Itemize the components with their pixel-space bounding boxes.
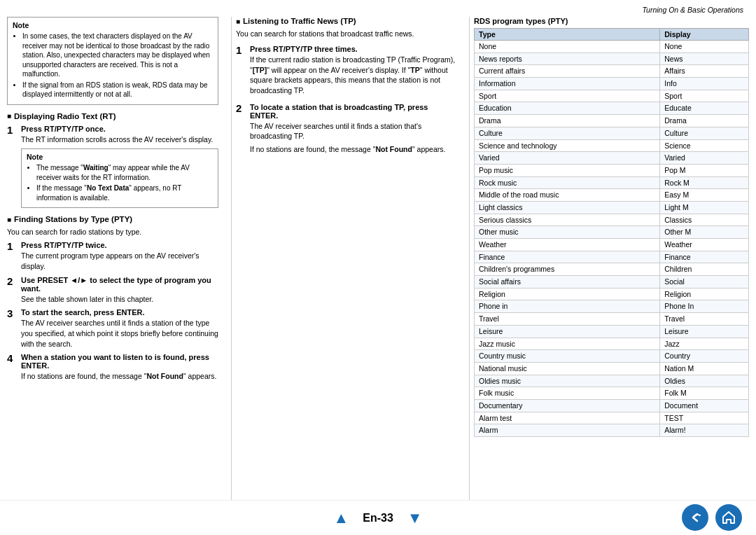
step-pty-3-num: 3: [7, 308, 17, 349]
rds-type-cell: Rock music: [475, 176, 660, 189]
rds-type-cell: Current affairs: [475, 65, 660, 78]
rds-type-cell: Leisure: [475, 325, 660, 338]
middle-column: Listening to Traffic News (TP) You can s…: [231, 17, 462, 510]
rds-display-cell: Light M: [660, 201, 749, 214]
step-pty-2-title: Use PRESET ◄/► to select the type of pro…: [21, 276, 218, 293]
step-pty-4-num: 4: [7, 353, 17, 382]
table-row: LeisureLeisure: [475, 325, 749, 338]
prev-page-button[interactable]: ▲: [333, 509, 349, 527]
table-row: Other musicOther M: [475, 226, 749, 239]
rds-type-cell: Country music: [475, 350, 660, 363]
table-row: WeatherWeather: [475, 239, 749, 251]
rds-type-cell: Varied: [475, 152, 660, 165]
rds-display-cell: Other M: [660, 226, 749, 239]
table-row: DramaDrama: [475, 115, 749, 127]
step-tp-2-text2: If no stations are found, the message "N…: [250, 144, 458, 155]
step-rt-1-text: The RT information scrolls across the AV…: [21, 134, 218, 145]
back-button[interactable]: [682, 504, 708, 531]
rds-type-cell: Religion: [475, 288, 660, 300]
rds-type-cell: Education: [475, 102, 660, 115]
table-row: NoneNone: [475, 41, 749, 53]
rds-display-cell: Finance: [660, 251, 749, 263]
rds-display-cell: Alarm!: [660, 424, 749, 437]
table-row: Oldies musicOldies: [475, 375, 749, 387]
rds-display-cell: Social: [660, 276, 749, 289]
table-row: EducationEducate: [475, 102, 749, 115]
rds-display-cell: Travel: [660, 313, 749, 326]
step-pty-1: 1 Press RT/PTY/TP twice. The current pro…: [7, 241, 218, 271]
rds-col-display: Display: [660, 29, 749, 41]
rds-display-cell: Sport: [660, 90, 749, 102]
step-pty-2-text: See the table shown later in this chapte…: [21, 294, 218, 305]
step-tp-1-text: If the current radio station is broadcas…: [250, 55, 458, 96]
note-box-2: Note The message "Waiting" may appear wh…: [21, 148, 218, 208]
rds-type-cell: Folk music: [475, 387, 660, 400]
page-number: En-33: [363, 512, 393, 524]
step-tp-2-num: 2: [236, 103, 246, 155]
rds-display-cell: Info: [660, 78, 749, 90]
rds-type-cell: National music: [475, 362, 660, 375]
note-item-1-1: In some cases, the text characters displ…: [22, 32, 213, 79]
table-row: InformationInfo: [475, 78, 749, 90]
table-row: SportSport: [475, 90, 749, 102]
rds-display-cell: Nation M: [660, 362, 749, 375]
rds-type-cell: Alarm test: [475, 412, 660, 424]
table-row: Light classicsLight M: [475, 201, 749, 214]
note-title-2: Note: [27, 153, 213, 161]
step-pty-2-content: Use PRESET ◄/► to select the type of pro…: [21, 276, 218, 305]
section-tp-intro: You can search for stations that broadca…: [236, 29, 458, 38]
note-item-2-2: If the message "No Text Data" appears, n…: [36, 183, 213, 202]
rds-display-cell: Easy M: [660, 189, 749, 202]
step-pty-3-title: To start the search, press ENTER.: [21, 308, 218, 317]
table-row: Jazz musicJazz: [475, 338, 749, 350]
table-row: Serious classicsClassics: [475, 214, 749, 226]
rds-type-cell: Information: [475, 78, 660, 90]
rds-display-cell: Drama: [660, 115, 749, 127]
rds-display-cell: Jazz: [660, 338, 749, 350]
table-row: Middle of the road musicEasy M: [475, 189, 749, 202]
rds-display-cell: Culture: [660, 127, 749, 139]
rds-type-cell: Travel: [475, 313, 660, 326]
table-row: TravelTravel: [475, 313, 749, 326]
table-row: National musicNation M: [475, 362, 749, 375]
main-content: Note In some cases, the text characters …: [0, 17, 756, 510]
rds-display-cell: Folk M: [660, 387, 749, 400]
rds-type-cell: Social affairs: [475, 276, 660, 289]
next-page-button[interactable]: ▼: [407, 509, 423, 527]
right-column: RDS program types (PTY) Type Display Non…: [469, 17, 749, 510]
rds-type-cell: Drama: [475, 115, 660, 127]
rds-table-body: NoneNoneNews reportsNewsCurrent affairsA…: [475, 41, 749, 437]
rds-display-cell: Leisure: [660, 325, 749, 338]
table-row: CultureCulture: [475, 127, 749, 139]
rds-display-cell: News: [660, 53, 749, 65]
note-item-1-2: If the signal from an RDS station is wea…: [22, 81, 213, 99]
rds-type-cell: Serious classics: [475, 214, 660, 226]
note-item-2-1: The message "Waiting" may appear while t…: [36, 163, 213, 182]
rds-display-cell: Country: [660, 350, 749, 363]
table-row: Current affairsAffairs: [475, 65, 749, 78]
step-pty-2: 2 Use PRESET ◄/► to select the type of p…: [7, 276, 218, 305]
table-row: Social affairsSocial: [475, 276, 749, 289]
step-pty-1-content: Press RT/PTY/TP twice. The current progr…: [21, 241, 218, 271]
step-tp-2-content: To locate a station that is broadcasting…: [250, 103, 458, 155]
step-pty-3-text: The AV receiver searches until it finds …: [21, 318, 218, 349]
rds-display-cell: Phone In: [660, 300, 749, 313]
table-row: Pop musicPop M: [475, 164, 749, 176]
rds-type-cell: Documentary: [475, 399, 660, 412]
rds-display-cell: Religion: [660, 288, 749, 300]
table-row: FinanceFinance: [475, 251, 749, 263]
rds-type-cell: News reports: [475, 53, 660, 65]
step-pty-1-text: The current program type appears on the …: [21, 251, 218, 271]
step-pty-4-text: If no stations are found, the message "N…: [21, 371, 218, 382]
step-tp-2: 2 To locate a station that is broadcasti…: [236, 103, 458, 155]
step-tp-1-title: Press RT/PTY/TP three times.: [250, 45, 458, 53]
section-heading-rt: Displaying Radio Text (RT): [7, 112, 218, 120]
step-pty-1-title: Press RT/PTY/TP twice.: [21, 241, 218, 249]
home-button[interactable]: [715, 504, 742, 531]
rds-display-cell: None: [660, 41, 749, 53]
table-row: Science and technologyScience: [475, 139, 749, 152]
table-row: AlarmAlarm!: [475, 424, 749, 437]
rds-display-cell: Affairs: [660, 65, 749, 78]
rds-type-cell: Pop music: [475, 164, 660, 176]
header-title: Turning On & Basic Operations: [642, 6, 743, 14]
